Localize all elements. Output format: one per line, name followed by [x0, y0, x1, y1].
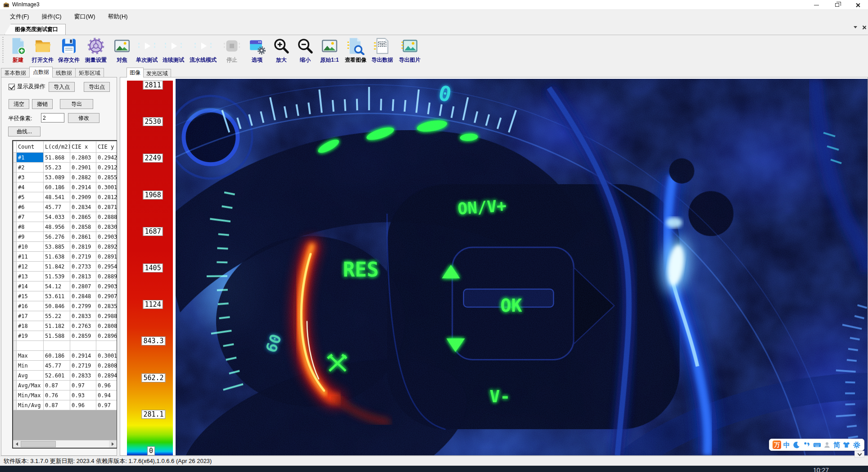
- document-tab[interactable]: 图像亮度测试窗口: [5, 24, 66, 35]
- table-row[interactable]: #1951.5880.28590.2896: [14, 331, 118, 341]
- export-txt-icon: [373, 37, 391, 55]
- panel-tab-3[interactable]: 矩形区域: [75, 68, 104, 77]
- menu-item-3[interactable]: 帮助(H): [103, 11, 133, 23]
- toolbar-button-play-6[interactable]: 连续测试: [160, 36, 187, 66]
- toolbar-button-export-image-15[interactable]: 导出图片: [396, 36, 423, 66]
- radius-input[interactable]: [41, 113, 64, 123]
- menu-item-0[interactable]: 文件(F): [5, 11, 35, 23]
- export-button[interactable]: 导出: [60, 99, 93, 109]
- colorbar-label: 562.2: [141, 373, 165, 382]
- toolbar-button-options-9[interactable]: 选项: [246, 36, 268, 66]
- toolbar-button-open-folder-1[interactable]: 打开文件: [29, 36, 56, 66]
- table-row[interactable]: #1251.8420.27330.2954: [14, 262, 118, 272]
- voice-tone-icon[interactable]: [803, 441, 811, 449]
- table-row[interactable]: #1851.1820.27630.2808: [14, 321, 118, 331]
- table-row[interactable]: #1351.5390.28130.2889: [14, 272, 118, 281]
- table-row[interactable]: #848.9560.28580.2830: [14, 222, 118, 232]
- table-row[interactable]: Avg52.6010.28330.2894: [14, 371, 118, 381]
- import-points-button[interactable]: 导入点: [49, 82, 75, 92]
- toolbar-button-zoom-out-11[interactable]: 缩小: [294, 36, 316, 66]
- toolbar-button-stop-8[interactable]: 停止: [221, 36, 243, 66]
- show-operate-checkbox[interactable]: [9, 84, 15, 90]
- modify-button[interactable]: 修改: [68, 113, 99, 123]
- menu-item-2[interactable]: 窗口(W): [69, 11, 101, 23]
- chinese-mode-icon[interactable]: 中: [783, 441, 790, 448]
- table-row[interactable]: #1553.6110.28480.2907: [14, 291, 118, 301]
- table-row[interactable]: #151.8680.28030.2942: [14, 153, 118, 163]
- table-row[interactable]: #353.0890.28820.2855: [14, 172, 118, 182]
- clear-button[interactable]: 清空: [9, 99, 29, 109]
- table-row[interactable]: Avg/Max0.870.970.96: [14, 381, 118, 390]
- table-cell: 0.2830: [96, 222, 118, 232]
- panel-tab-2[interactable]: 线数据: [52, 68, 76, 77]
- settings-icon[interactable]: [853, 441, 861, 449]
- simplified-chinese-icon[interactable]: 简: [833, 441, 840, 448]
- table-row[interactable]: #956.2760.28610.2903: [14, 232, 118, 242]
- table-row[interactable]: [14, 341, 118, 351]
- menu-bar: 文件(F)操作(C)窗口(W)帮助(H): [0, 10, 868, 23]
- table-cell: 55.22: [44, 311, 70, 321]
- scroll-right-icon[interactable]: [109, 440, 117, 448]
- table-row[interactable]: #548.5410.29090.2812: [14, 192, 118, 202]
- scroll-left-icon[interactable]: [13, 440, 21, 448]
- table-row[interactable]: #255.230.29010.2912: [14, 163, 118, 172]
- toolbar-label: 打开文件: [32, 56, 54, 64]
- language-bar-expand-icon[interactable]: [854, 451, 864, 458]
- table-cell: #7: [17, 212, 44, 222]
- table-row[interactable]: #754.0330.28650.2888: [14, 212, 118, 222]
- account-icon[interactable]: [823, 441, 831, 449]
- table-row[interactable]: #460.1860.29140.3001: [14, 182, 118, 192]
- toolbar-button-save-2[interactable]: 保存文件: [55, 36, 82, 66]
- table-row[interactable]: #1151.6380.27190.2891: [14, 252, 118, 262]
- table-cell: 0.2813: [70, 272, 96, 281]
- menu-item-1[interactable]: 操作(C): [36, 11, 67, 23]
- toolbar-button-image-12[interactable]: 原始1:1: [316, 36, 343, 66]
- toolbar-button-export-txt-14[interactable]: 导出数据: [369, 36, 396, 66]
- table-hscrollbar[interactable]: [13, 440, 117, 448]
- toolbar-button-image-4[interactable]: 对焦: [111, 36, 133, 66]
- panel-tab-1[interactable]: 点数据: [29, 67, 53, 77]
- table-row[interactable]: Min45.770.27190.2808: [14, 361, 118, 371]
- table-row[interactable]: #1650.8460.27990.2835: [14, 301, 118, 311]
- export-points-button[interactable]: 导出点: [84, 82, 110, 92]
- tab-close-icon[interactable]: [862, 25, 866, 30]
- close-button[interactable]: [847, 0, 868, 10]
- table-cell: 0.2719: [70, 361, 96, 371]
- table-row[interactable]: Min/Max0.760.930.94: [14, 390, 118, 400]
- toolbar-button-play-7[interactable]: 流水线模式: [187, 36, 219, 66]
- night-mode-icon[interactable]: [792, 441, 800, 449]
- table-row[interactable]: #645.770.28340.2871: [14, 202, 118, 212]
- table-cell: 0.87: [44, 400, 70, 410]
- table-row[interactable]: Max60.1860.29140.3001: [14, 351, 118, 361]
- toolbar-button-zoom-in-10[interactable]: 放大: [271, 36, 292, 66]
- play-icon: [164, 37, 182, 55]
- toolbar-button-measure-gear-3[interactable]: 测量设置: [82, 36, 109, 66]
- restore-button[interactable]: [827, 0, 847, 10]
- toolbar-button-play-5[interactable]: 单次测试: [133, 36, 160, 66]
- skin-icon[interactable]: [842, 441, 850, 449]
- sogou-logo-icon[interactable]: 万: [773, 440, 781, 449]
- tab-list-dropdown-icon[interactable]: [854, 26, 857, 29]
- toolbar-button-view-image-13[interactable]: 查看图像: [342, 36, 369, 66]
- table-cell: 0.2914: [70, 351, 96, 361]
- panel-tab-0[interactable]: 基本数据: [1, 68, 30, 77]
- toolbar-button-new-file-0[interactable]: 新建: [5, 36, 31, 66]
- soft-keyboard-icon[interactable]: [813, 441, 821, 449]
- table-cell: 0.2803: [70, 153, 96, 163]
- undo-button[interactable]: 撤销: [32, 99, 53, 109]
- scrollbar-thumb[interactable]: [21, 441, 56, 447]
- canvas-tab-0[interactable]: 图像: [127, 68, 144, 77]
- luminance-image[interactable]: ON/V+ RES OK V- 0 60: [176, 79, 868, 455]
- table-row[interactable]: #1755.220.28330.2988: [14, 311, 118, 321]
- minimize-button[interactable]: [806, 0, 827, 10]
- table-row[interactable]: Min/Avg0.870.960.97: [14, 400, 118, 410]
- table-cell: 0.2942: [96, 153, 118, 163]
- table-row[interactable]: #1454.120.28070.2903: [14, 281, 118, 291]
- zoom-out-icon: [296, 37, 314, 55]
- app-icon: [3, 2, 9, 8]
- curve-button[interactable]: 曲线...: [8, 127, 41, 136]
- table-row[interactable]: #1053.8850.28190.2892: [14, 242, 118, 252]
- canvas-tab-1[interactable]: 发光区域: [143, 69, 171, 77]
- toolbar-grip[interactable]: [2, 37, 4, 64]
- zoom-in-icon: [272, 37, 290, 55]
